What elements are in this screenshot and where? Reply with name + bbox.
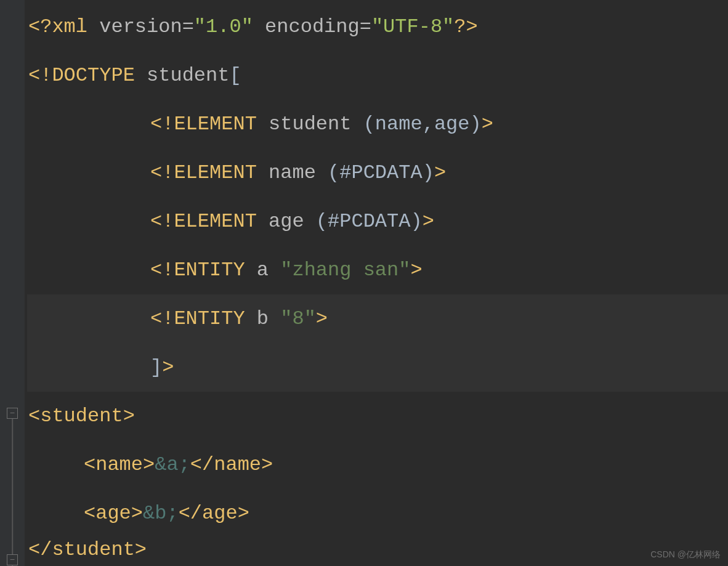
tag-close: >	[143, 449, 155, 480]
entity-keyword: ENTITY	[174, 303, 245, 334]
tag-open: <	[84, 498, 95, 529]
watermark: CSDN @亿林网络	[650, 548, 721, 561]
code-line-6: <!ENTITY a "zhang san">	[27, 246, 728, 294]
tag-open-end: </	[179, 498, 202, 529]
entity-ref-b: &b;	[143, 498, 179, 529]
space	[253, 11, 265, 42]
attr-value-encoding: "UTF-8"	[371, 11, 454, 42]
entity-close: >	[410, 254, 422, 286]
element-close: >	[482, 108, 493, 140]
tag-age-element: age	[202, 498, 238, 529]
code-line-3: <!ELEMENT student (name,age)>	[27, 100, 728, 148]
entity-ref-a: &a;	[155, 449, 190, 480]
element-content: (#PCDATA)	[316, 206, 423, 237]
element-open: <!	[150, 157, 174, 188]
doctype-name: student	[147, 60, 229, 91]
space	[257, 108, 269, 140]
tag-name-element: name	[95, 449, 143, 480]
entity-name: b	[257, 303, 269, 334]
element-keyword: ELEMENT	[174, 108, 256, 140]
tag-open: <	[28, 400, 40, 432]
entity-open: <!	[150, 254, 174, 286]
code-line-4: <!ELEMENT name (#PCDATA)>	[27, 148, 728, 197]
code-line-2: <!DOCTYPE student[	[27, 51, 728, 100]
entity-name: a	[257, 254, 269, 286]
tag-student: student	[40, 400, 123, 432]
attr-encoding: encoding	[265, 11, 360, 42]
element-name: age	[269, 206, 304, 237]
element-open: <!	[150, 108, 174, 140]
fold-toggle-open[interactable]: −	[7, 408, 18, 419]
space	[135, 60, 147, 91]
tag-close: >	[135, 534, 147, 565]
element-keyword: ELEMENT	[174, 157, 256, 188]
space	[351, 108, 363, 140]
space	[269, 303, 280, 334]
code-line-9: <student>	[27, 392, 728, 440]
code-line-12: </student>	[27, 538, 728, 562]
xml-decl-open: <?	[28, 11, 52, 42]
element-name: student	[269, 108, 351, 140]
element-close: >	[434, 157, 446, 188]
fold-line	[12, 413, 13, 566]
space	[269, 254, 280, 286]
editor-gutter: − −	[0, 0, 25, 566]
equals: =	[182, 11, 194, 42]
space	[304, 206, 316, 237]
tag-open: <	[84, 449, 95, 480]
fold-toggle-close[interactable]: −	[7, 554, 18, 565]
entity-value: "zhang san"	[280, 254, 410, 286]
doctype-keyword: DOCTYPE	[52, 60, 134, 91]
element-content: (name,age)	[363, 108, 482, 140]
element-keyword: ELEMENT	[174, 206, 256, 237]
entity-value: "8"	[280, 303, 316, 334]
code-area[interactable]: <?xml version="1.0" encoding="UTF-8"?> <…	[25, 0, 728, 566]
code-editor: − − <?xml version="1.0" encoding="UTF-8"…	[0, 0, 728, 566]
space	[245, 254, 257, 286]
entity-open: <!	[150, 303, 174, 334]
tag-close: >	[261, 449, 273, 480]
space	[87, 11, 99, 42]
code-line-7: <!ENTITY b "8">	[27, 294, 728, 343]
space	[316, 157, 328, 188]
tag-student: student	[52, 534, 134, 565]
tag-close: >	[123, 400, 135, 432]
tag-open-end: </	[28, 534, 52, 565]
tag-close: >	[238, 498, 249, 529]
code-line-10: <name>&a;</name>	[27, 440, 728, 489]
attr-value-version: "1.0"	[194, 11, 253, 42]
entity-keyword: ENTITY	[174, 254, 245, 286]
element-content: (#PCDATA)	[328, 157, 434, 188]
code-line-5: <!ELEMENT age (#PCDATA)>	[27, 197, 728, 246]
tag-name-element: name	[214, 449, 261, 480]
doctype-bracket-close: ]	[150, 352, 162, 383]
doctype-open: <!	[28, 60, 52, 91]
code-line-8-current: ]>	[27, 343, 728, 392]
entity-close: >	[316, 303, 328, 334]
space	[245, 303, 257, 334]
doctype-close: >	[162, 352, 174, 383]
attr-version: version	[99, 11, 182, 42]
xml-decl-tag: xml	[52, 11, 87, 42]
space	[257, 206, 269, 237]
doctype-bracket: [	[229, 60, 241, 91]
xml-decl-close: ?>	[454, 11, 477, 42]
code-line-11: <age>&b;</age>	[27, 489, 728, 538]
element-open: <!	[150, 206, 174, 237]
code-line-1: <?xml version="1.0" encoding="UTF-8"?>	[27, 2, 728, 51]
tag-close: >	[131, 498, 143, 529]
equals: =	[360, 11, 371, 42]
tag-open-end: </	[190, 449, 214, 480]
space	[257, 157, 269, 188]
element-name: name	[269, 157, 316, 188]
tag-age-element: age	[95, 498, 131, 529]
element-close: >	[423, 206, 434, 237]
